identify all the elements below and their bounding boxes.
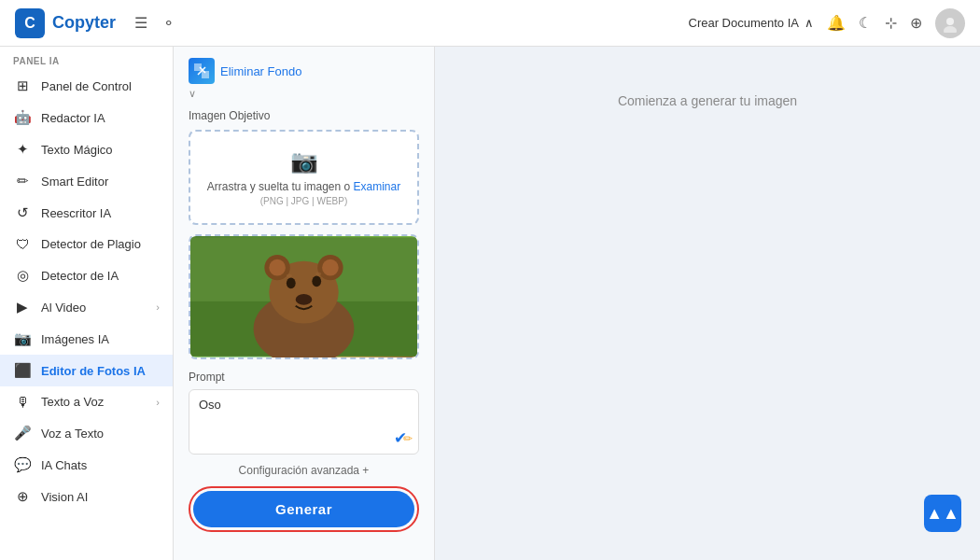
bell-icon[interactable]: 🔔	[827, 14, 846, 32]
main-layout: PANEL IA ⊞ Panel de Control 🤖 Redactor I…	[0, 47, 980, 560]
moon-icon[interactable]: ☾	[859, 14, 872, 32]
sidebar-item-label: Smart Editor	[41, 175, 160, 189]
texto-a-voz-icon: 🎙	[13, 394, 32, 410]
sidebar-item-label: Reescritor IA	[41, 206, 160, 220]
upload-formats: (PNG | JPG | WEBP)	[202, 196, 406, 206]
create-doc-label: Crear Documento IA	[689, 16, 800, 30]
chevron-up-icon: ∧	[805, 16, 814, 30]
svg-point-16	[315, 273, 321, 276]
svg-point-1	[944, 26, 957, 33]
content-area: Eliminar Fondo ∨ Imagen Objetivo 📷 Arras…	[174, 47, 980, 560]
upload-text: Arrastra y suelta tu imagen o Examinar	[202, 180, 406, 193]
right-panel: Comienza a generar tu imagen	[435, 47, 980, 560]
ia-chats-icon: 💬	[13, 456, 32, 473]
center-panel: Eliminar Fondo ∨ Imagen Objetivo 📷 Arras…	[174, 47, 435, 560]
camera-icon: 📷	[202, 148, 406, 175]
svg-point-13	[312, 275, 321, 287]
sidebar-item-editor-fotos-ia[interactable]: ⬛ Editor de Fotos IA	[0, 355, 173, 386]
remove-bg-button[interactable]: Eliminar Fondo	[189, 58, 301, 84]
advanced-config[interactable]: Configuración avanzada +	[189, 464, 419, 477]
svg-point-15	[287, 274, 292, 278]
sidebar-item-ia-chats[interactable]: 💬 IA Chats	[0, 449, 173, 481]
redactor-ia-icon: 🤖	[13, 109, 32, 126]
sidebar-item-label: Panel de Control	[41, 79, 160, 93]
svg-point-0	[946, 18, 954, 25]
sidebar-item-label: Texto Mágico	[41, 143, 160, 157]
sidebar-item-label: Voz a Texto	[41, 427, 160, 441]
svg-point-10	[269, 259, 286, 276]
chevron-right-icon: ›	[156, 301, 160, 313]
vision-ai-icon: ⊕	[13, 488, 32, 505]
svg-point-14	[296, 294, 313, 305]
logo-letter: C	[24, 15, 35, 32]
image-objetivo-label: Imagen Objetivo	[189, 109, 419, 122]
sidebar-item-label: Detector de IA	[41, 269, 160, 283]
sidebar: PANEL IA ⊞ Panel de Control 🤖 Redactor I…	[0, 47, 174, 560]
generar-button[interactable]: Generar	[193, 491, 414, 527]
voz-a-texto-icon: 🎤	[13, 425, 32, 441]
avatar[interactable]	[935, 8, 965, 38]
detector-ia-icon: ◎	[13, 267, 32, 284]
svg-point-11	[322, 259, 339, 276]
scroll-top-icon: ▲▲	[926, 504, 959, 524]
sidebar-section-label: PANEL IA	[0, 47, 173, 70]
reescritor-ia-icon: ↺	[13, 204, 32, 221]
remove-bg-label: Eliminar Fondo	[220, 64, 301, 78]
sidebar-item-label: Vision AI	[41, 490, 160, 504]
sidebar-item-label: Editor de Fotos IA	[41, 364, 160, 378]
examinar-link[interactable]: Examinar	[354, 180, 401, 193]
sidebar-item-smart-editor[interactable]: ✏ Smart Editor	[0, 165, 173, 197]
detector-plagio-icon: 🛡	[13, 236, 32, 252]
bear-image	[190, 236, 417, 357]
logo-text: Copyter	[52, 13, 116, 33]
menu-icon[interactable]: ☰	[134, 14, 147, 32]
sidebar-item-label: Imágenes IA	[41, 332, 160, 346]
edit-pencil-icon: ✏	[403, 432, 413, 445]
sidebar-item-label: Detector de Plagio	[41, 237, 160, 251]
bear-image-container	[189, 234, 419, 359]
arrows-icon[interactable]: ⊹	[885, 14, 897, 32]
sidebar-item-label: Texto a Voz	[41, 395, 147, 409]
sidebar-item-detector-plagio[interactable]: 🛡 Detector de Plagio	[0, 229, 173, 259]
prompt-check-icons: ✔ ✏	[394, 428, 413, 448]
sidebar-item-label: Redactor IA	[41, 111, 160, 125]
globe-icon[interactable]: ⊕	[910, 14, 922, 32]
placeholder-text: Comienza a generar tu imagen	[618, 93, 797, 108]
header-icons-left: ☰ ⚬	[134, 14, 175, 32]
prompt-box[interactable]: Oso ✔ ✏	[189, 389, 419, 455]
sidebar-item-reescritor-ia[interactable]: ↺ Reescritor IA	[0, 197, 173, 229]
search-icon[interactable]: ⚬	[162, 14, 175, 32]
expand-arrow-icon[interactable]: ∨	[189, 88, 419, 100]
editor-fotos-ia-icon: ⬛	[13, 362, 32, 379]
sidebar-item-label: IA Chats	[41, 458, 160, 472]
chevron-right-icon: ›	[156, 397, 160, 408]
prompt-section: Prompt Oso ✔ ✏	[189, 371, 419, 455]
sidebar-item-texto-magico[interactable]: ✦ Texto Mágico	[0, 133, 173, 165]
svg-point-12	[287, 277, 296, 288]
sidebar-item-detector-ia[interactable]: ◎ Detector de IA	[0, 259, 173, 291]
generar-btn-wrapper: Generar	[189, 486, 419, 532]
sidebar-item-redactor-ia[interactable]: 🤖 Redactor IA	[0, 102, 173, 133]
panel-control-icon: ⊞	[13, 77, 32, 94]
logo-area: C Copyter	[15, 8, 116, 38]
header-right: Crear Documento IA ∧ 🔔 ☾ ⊹ ⊕	[689, 8, 966, 38]
prompt-value: Oso	[199, 398, 221, 412]
upload-dropzone[interactable]: 📷 Arrastra y suelta tu imagen o Examinar…	[189, 130, 419, 225]
sidebar-item-imagenes-ia[interactable]: 📷 Imágenes IA	[0, 323, 173, 355]
header: C Copyter ☰ ⚬ Crear Documento IA ∧ 🔔 ☾ ⊹…	[0, 0, 980, 47]
sidebar-item-ai-video[interactable]: ▶ Al Video ›	[0, 291, 173, 323]
scroll-top-button[interactable]: ▲▲	[924, 495, 961, 532]
prompt-label: Prompt	[189, 371, 419, 384]
smart-editor-icon: ✏	[13, 173, 32, 189]
imagenes-ia-icon: 📷	[13, 330, 32, 347]
remove-bg-icon	[189, 58, 215, 84]
sidebar-item-vision-ai[interactable]: ⊕ Vision AI	[0, 481, 173, 512]
create-doc-button[interactable]: Crear Documento IA ∧	[689, 16, 815, 30]
sidebar-item-texto-a-voz[interactable]: 🎙 Texto a Voz ›	[0, 386, 173, 417]
sidebar-item-label: Al Video	[41, 301, 147, 315]
logo-box: C	[15, 8, 45, 38]
ai-video-icon: ▶	[13, 299, 32, 315]
texto-magico-icon: ✦	[13, 141, 32, 158]
sidebar-item-voz-a-texto[interactable]: 🎤 Voz a Texto	[0, 417, 173, 449]
sidebar-item-panel-control[interactable]: ⊞ Panel de Control	[0, 70, 173, 102]
